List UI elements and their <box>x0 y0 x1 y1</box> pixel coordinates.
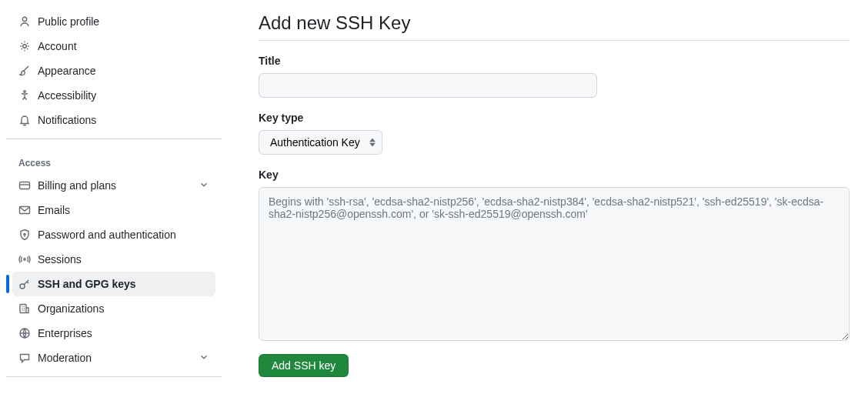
keytype-selected-value: Authentication Key <box>270 136 360 149</box>
sidebar-item-enterprises[interactable]: Enterprises <box>12 321 215 346</box>
chevron-down-icon <box>199 179 209 192</box>
sidebar-item-sessions[interactable]: Sessions <box>12 247 215 272</box>
org-icon <box>18 302 31 315</box>
sidebar-item-appearance[interactable]: Appearance <box>12 58 215 83</box>
svg-point-0 <box>22 17 26 21</box>
title-label: Title <box>259 55 850 67</box>
sidebar-item-label: Accessibility <box>38 89 209 102</box>
divider <box>6 139 222 139</box>
sidebar-item-ssh-gpg-keys[interactable]: SSH and GPG keys <box>12 272 215 296</box>
select-caret-icon <box>369 139 376 147</box>
svg-point-2 <box>24 91 26 93</box>
page-title: Add new SSH Key <box>259 12 850 34</box>
sidebar-item-password-auth[interactable]: Password and authentication <box>12 222 215 247</box>
sidebar-item-label: Organizations <box>38 302 209 315</box>
comment-icon <box>18 352 31 364</box>
shield-icon <box>18 229 31 241</box>
accessibility-icon <box>18 89 31 102</box>
sidebar-item-label: SSH and GPG keys <box>38 278 209 290</box>
sidebar-item-emails[interactable]: Emails <box>12 198 215 222</box>
person-icon <box>18 15 31 28</box>
key-label: Key <box>259 169 850 181</box>
svg-point-1 <box>23 45 27 48</box>
sidebar-item-label: Enterprises <box>38 327 209 339</box>
svg-point-6 <box>24 259 25 260</box>
sidebar-item-public-profile[interactable]: Public profile <box>12 9 215 34</box>
sidebar-item-label: Public profile <box>38 15 209 28</box>
section-header-access: Access <box>6 145 222 173</box>
sidebar-item-label: Notifications <box>38 114 209 126</box>
svg-point-5 <box>24 234 25 235</box>
section-header-code: Code, planning, and automation <box>6 383 222 394</box>
globe-icon <box>18 327 31 339</box>
mail-icon <box>18 204 31 216</box>
keytype-select[interactable]: Authentication Key <box>259 130 382 155</box>
sidebar-item-label: Billing and plans <box>38 179 192 192</box>
divider <box>6 376 222 377</box>
sidebar-item-label: Sessions <box>38 253 209 265</box>
chevron-down-icon <box>199 352 209 365</box>
key-textarea[interactable] <box>259 187 850 341</box>
divider <box>259 40 850 41</box>
title-input[interactable] <box>259 73 597 98</box>
key-icon <box>18 278 31 290</box>
sidebar-item-label: Account <box>38 40 209 52</box>
card-icon <box>18 179 31 192</box>
sidebar-item-account[interactable]: Account <box>12 34 215 58</box>
sidebar-item-notifications[interactable]: Notifications <box>12 108 215 132</box>
sidebar-item-accessibility[interactable]: Accessibility <box>12 83 215 108</box>
sidebar-item-label: Moderation <box>38 352 192 364</box>
keytype-label: Key type <box>259 112 850 124</box>
broadcast-icon <box>18 253 31 265</box>
svg-rect-3 <box>20 182 30 189</box>
add-ssh-key-button[interactable]: Add SSH key <box>259 354 349 377</box>
brush-icon <box>18 65 31 77</box>
sidebar-item-organizations[interactable]: Organizations <box>12 296 215 321</box>
sidebar-item-label: Password and authentication <box>38 229 209 241</box>
sidebar-item-moderation[interactable]: Moderation <box>12 346 215 370</box>
settings-sidebar: Public profile Account Appearance Access… <box>0 0 228 394</box>
sidebar-item-label: Appearance <box>38 65 209 77</box>
gear-icon <box>18 40 31 52</box>
bell-icon <box>18 114 31 126</box>
sidebar-item-billing[interactable]: Billing and plans <box>12 173 215 198</box>
main-content: Add new SSH Key Title Key type Authentic… <box>228 0 868 394</box>
svg-rect-8 <box>20 305 26 313</box>
sidebar-item-label: Emails <box>38 204 209 216</box>
